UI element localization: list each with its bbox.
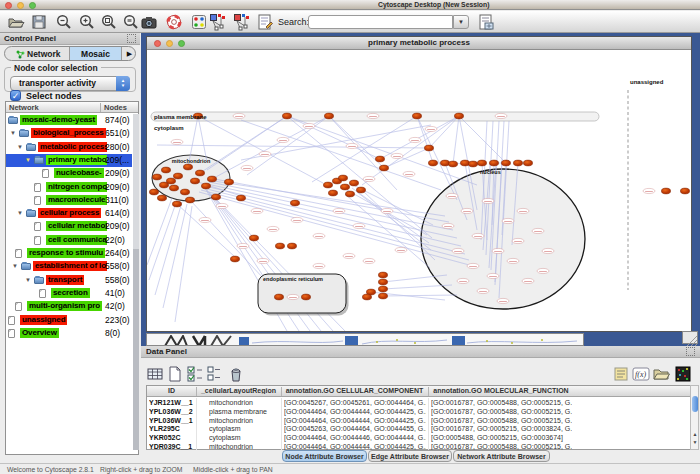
data-panel-float-icon[interactable] — [686, 347, 695, 356]
tree-row[interactable]: secretion41(0) — [6, 287, 132, 300]
tree-row[interactable]: ▼primary metabol209(... — [6, 154, 132, 167]
table-cell[interactable]: YLR295C — [149, 424, 194, 433]
expand-arrow-icon[interactable]: ▼ — [25, 277, 31, 283]
tab-overflow-arrow-icon[interactable]: ▶ — [122, 47, 136, 61]
table-col-header[interactable]: ID — [149, 387, 194, 394]
tree-row-label[interactable]: primary metabol — [46, 155, 107, 165]
table-col-header[interactable]: annotation.GO MOLECULAR_FUNCTION — [430, 387, 572, 394]
tree-row[interactable]: macromolecule311(0) — [6, 194, 132, 207]
delete-attribute-icon[interactable] — [227, 365, 245, 383]
tree-row[interactable]: Overview8(0) — [6, 327, 132, 340]
tree-row-label[interactable]: Overview — [20, 328, 59, 338]
tree-row[interactable]: response to stimulu264(0) — [6, 247, 132, 260]
tree-row[interactable]: unassigned223(0) — [6, 314, 132, 327]
expand-arrow-icon[interactable]: ▼ — [25, 157, 31, 163]
vizmapper-icon[interactable] — [190, 13, 208, 31]
table-cell[interactable]: YPL036W__2 — [149, 407, 194, 416]
attribute-notes-icon[interactable] — [612, 365, 630, 383]
select-all-icon[interactable] — [186, 365, 204, 383]
save-session-icon[interactable] — [30, 13, 48, 31]
table-cell[interactable]: [GO:0016787, GO:0005488, GO:0005215, G..… — [431, 416, 572, 425]
network-frame-titlebar[interactable]: primary metabolic process — [147, 37, 691, 50]
search-dropdown-icon[interactable]: ▼ — [453, 15, 469, 29]
tree-row[interactable]: nitrogen compou209(0) — [6, 181, 132, 194]
import-table-icon[interactable] — [652, 365, 670, 383]
table-cell[interactable]: mitochondrion — [209, 416, 279, 425]
tab-edge-attribute-browser[interactable]: Edge Attribute Browser — [368, 450, 452, 462]
tree-row-label[interactable]: biological_process — [31, 128, 106, 138]
table-row[interactable]: YPL036W__2plasma membrane[GO:0044464, GO… — [147, 407, 690, 416]
tree-row-label[interactable]: cellular metabol — [46, 221, 107, 231]
tree-row[interactable]: ▼cellular process614(0) — [6, 207, 132, 220]
table-cell[interactable]: [GO:0016787, GO:0005488, GO:0005215, G..… — [431, 442, 572, 450]
select-nodes-checkbox[interactable]: ✓ — [10, 90, 21, 101]
function-builder-icon[interactable]: f(x) — [632, 365, 650, 383]
tab-network[interactable]: Network — [5, 47, 69, 61]
table-cell[interactable]: [GO:0044464, GO:0044444, GO:0044425, G..… — [284, 416, 426, 425]
table-cell[interactable]: YJR121W__1 — [149, 398, 194, 407]
table-cell[interactable]: [GO:0044464, GO:0044446, GO:0044444, G..… — [284, 433, 426, 442]
expand-arrow-icon[interactable]: ▼ — [17, 210, 23, 216]
tree-row[interactable]: ▼metabolic process280(0) — [6, 141, 132, 154]
tree-row-label[interactable]: macromolecule — [46, 195, 107, 205]
table-cell[interactable]: [GO:0005488, GO:0005215, GO:0003674] — [431, 433, 572, 442]
table-cell[interactable]: YPL036W__1 — [149, 416, 194, 425]
new-attribute-icon[interactable] — [166, 365, 184, 383]
tab-network-attribute-browser[interactable]: Network Attribute Browser — [453, 450, 550, 462]
minimize-window-icon[interactable] — [17, 2, 24, 9]
tab-mosaic[interactable]: Mosaic — [69, 47, 122, 61]
tree-row-label[interactable]: nucleobase- — [54, 168, 104, 178]
unselect-all-icon[interactable] — [205, 365, 223, 383]
open-session-icon[interactable] — [7, 13, 25, 31]
layout-a-icon[interactable] — [209, 13, 227, 31]
import-attributes-icon[interactable] — [477, 13, 495, 31]
layout-b-icon[interactable] — [233, 13, 251, 31]
table-row[interactable]: YPL036W__1mitochondrion[GO:0044464, GO:0… — [147, 416, 690, 425]
search-input[interactable] — [308, 15, 453, 29]
tree-row[interactable]: cellular metabol209(0) — [6, 220, 132, 233]
table-cell[interactable]: [GO:0016787, GO:0005488, GO:0005215, G..… — [431, 398, 572, 407]
table-cell[interactable]: mitochondrion — [209, 398, 279, 407]
table-col-header[interactable]: _cellularLayoutRegion — [198, 387, 279, 394]
tree-row-label[interactable]: secretion — [51, 288, 90, 298]
zoom-in-icon[interactable] — [78, 13, 96, 31]
tree-row-label[interactable]: unassigned — [20, 315, 67, 325]
expand-arrow-icon[interactable]: ▼ — [12, 263, 18, 269]
tree-row[interactable]: ▼establishment of lo558(0) — [6, 260, 132, 273]
table-cell[interactable]: mitochondrion — [209, 442, 279, 450]
tree-row-label[interactable]: response to stimulu — [27, 248, 105, 258]
zoom-fit-icon[interactable] — [122, 13, 140, 31]
float-panel-icon[interactable] — [127, 34, 136, 43]
table-cell[interactable]: [GO:0016787, GO:0005488, GO:0005215, G..… — [431, 407, 572, 416]
table-cell[interactable]: [GO:0016787, GO:0005215, GO:0003824, G..… — [431, 424, 572, 433]
zoom-window-icon[interactable] — [29, 2, 36, 9]
table-cell[interactable]: plasma membrane — [209, 407, 279, 416]
node-color-combo[interactable]: transporter activity ▲▼ — [10, 76, 130, 91]
help-icon[interactable] — [165, 13, 183, 31]
tree-row-label[interactable]: cell communicati — [46, 235, 107, 245]
combo-stepper-icon[interactable]: ▲▼ — [116, 76, 130, 91]
tree-row[interactable]: ▼transport558(0) — [6, 274, 132, 287]
table-cell[interactable]: [GO:0045267, GO:0045261, GO:0044464, G..… — [284, 398, 426, 407]
tree-row-label[interactable]: mosaic-demo-yeast — [20, 115, 97, 125]
snapshot-icon[interactable] — [140, 13, 158, 31]
table-scrollbar[interactable]: ▲▼ — [690, 385, 699, 450]
table-col-header[interactable]: annotation.GO CELLULAR_COMPONENT — [283, 387, 426, 394]
tree-row-label[interactable]: nitrogen compou — [46, 182, 107, 192]
select-attributes-icon[interactable] — [146, 365, 164, 383]
tree-col-nodes[interactable]: Nodes — [104, 103, 127, 112]
tree-row-label[interactable]: metabolic process — [38, 142, 107, 152]
table-cell[interactable]: YKR052C — [149, 433, 194, 442]
tree-row-label[interactable]: establishment of lo — [33, 261, 107, 271]
table-row[interactable]: YKR052Ccytoplasm[GO:0044464, GO:0044446,… — [147, 433, 690, 442]
table-row[interactable]: YJR121W__1mitochondrion[GO:0045267, GO:0… — [147, 398, 690, 407]
tree-row[interactable]: multi-organism pro42(0) — [6, 300, 132, 313]
tree-row-label[interactable]: multi-organism pro — [27, 301, 102, 311]
tree-row-label[interactable]: cellular process — [38, 208, 101, 218]
tree-row[interactable]: mosaic-demo-yeast874(0) — [6, 114, 132, 127]
tree-row[interactable]: cell communicati22(0) — [6, 234, 132, 247]
matrix-view-icon[interactable] — [674, 365, 692, 383]
table-cell[interactable]: [GO:0044464, GO:0044444, GO:0044425, G..… — [284, 442, 426, 450]
editor-icon[interactable] — [256, 13, 274, 31]
tree-row-label[interactable]: transport — [46, 275, 84, 285]
